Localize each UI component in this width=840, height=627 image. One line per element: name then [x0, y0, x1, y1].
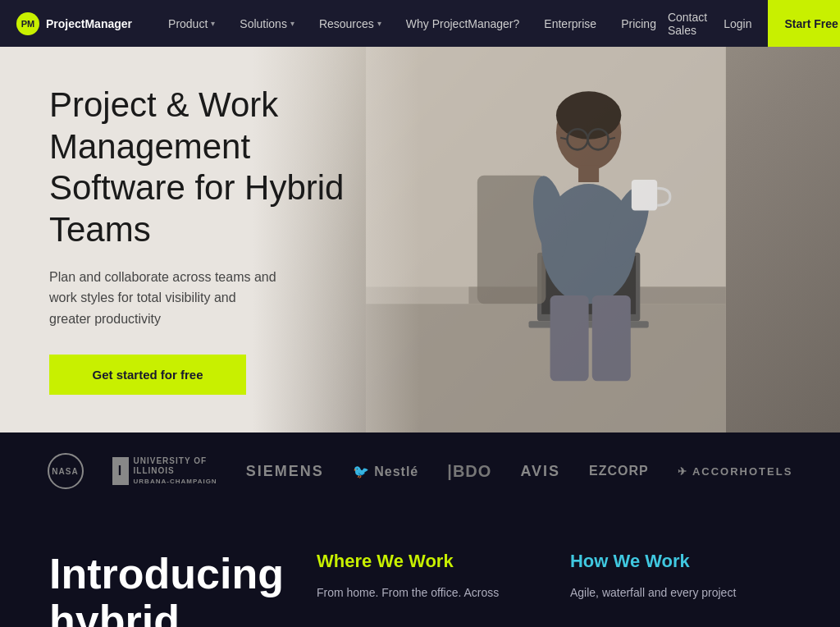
accor-text: ✈ ACCORHOTELS: [678, 465, 793, 478]
hero-content: Project & Work Management Software for H…: [0, 47, 420, 432]
logo-accor: ✈ ACCORHOTELS: [678, 465, 793, 478]
svg-rect-19: [550, 295, 589, 381]
logo-ezcorp: EZCORP: [589, 464, 649, 478]
bottom-section: Introducing hybrid Where We Work From ho…: [0, 510, 840, 627]
logo-nestle: 🐦 Nestlé: [353, 464, 418, 479]
chevron-down-icon: ▾: [290, 19, 294, 28]
where-we-work-block: Where We Work From home. From the office…: [317, 551, 537, 627]
main-nav: PM ProjectManager Product ▾ Solutions ▾ …: [0, 0, 840, 47]
intro-title: Introducing hybrid: [49, 551, 284, 627]
hero-section: Project & Work Management Software for H…: [0, 47, 840, 432]
logo[interactable]: PM ProjectManager: [16, 12, 132, 35]
how-we-work-heading: How We Work: [570, 551, 791, 572]
bdo-text: |BDO: [447, 462, 491, 481]
how-we-work-block: How We Work Agile, waterfall and every p…: [570, 551, 791, 627]
svg-rect-18: [632, 180, 657, 211]
nasa-text: NASA: [52, 467, 78, 476]
get-started-button[interactable]: Get started for free: [49, 355, 246, 395]
chevron-down-icon: ▾: [211, 19, 215, 28]
nestle-text: 🐦 Nestlé: [353, 464, 418, 479]
nav-item-enterprise[interactable]: Enterprise: [532, 11, 608, 37]
illinois-i-icon: I: [112, 457, 129, 485]
nav-item-solutions[interactable]: Solutions ▾: [228, 11, 306, 37]
how-we-work-text: Agile, waterfall and every project: [570, 584, 791, 602]
logo-icon: PM: [16, 12, 39, 35]
illinois-text: UNIVERSITY OFILLINOISURBANA-CHAMPAIGN: [134, 456, 217, 486]
svg-point-9: [556, 91, 621, 139]
nav-item-why[interactable]: Why ProjectManager?: [395, 11, 532, 37]
contact-sales-link[interactable]: Contact Sales: [668, 11, 707, 37]
svg-rect-20: [592, 295, 631, 381]
logo-siemens: SIEMENS: [246, 463, 324, 480]
chevron-down-icon: ▾: [377, 19, 381, 28]
logo-text: ProjectManager: [46, 17, 132, 30]
intro-line1: Introducing: [49, 550, 284, 597]
where-we-work-heading: Where We Work: [317, 551, 537, 572]
logo-nasa: NASA: [48, 453, 84, 489]
nav-item-product[interactable]: Product ▾: [157, 11, 226, 37]
logo-bdo: |BDO: [447, 462, 491, 481]
nav-right: Contact Sales Login Start Free Trial: [668, 0, 840, 47]
hero-title: Project & Work Management Software for H…: [49, 85, 371, 250]
siemens-text: SIEMENS: [246, 463, 324, 480]
ezcorp-text: EZCORP: [589, 464, 649, 478]
where-we-work-text: From home. From the office. Across: [317, 584, 537, 602]
avis-text: AVIS: [520, 463, 560, 480]
logo-illinois: I UNIVERSITY OFILLINOISURBANA-CHAMPAIGN: [112, 456, 217, 486]
logos-section: NASA I UNIVERSITY OFILLINOISURBANA-CHAMP…: [0, 432, 840, 510]
nasa-logo-icon: NASA: [48, 453, 84, 489]
nav-item-pricing[interactable]: Pricing: [609, 11, 668, 37]
svg-rect-21: [578, 165, 599, 182]
intro-line2: hybrid: [49, 597, 180, 627]
nav-links: Product ▾ Solutions ▾ Resources ▾ Why Pr…: [157, 11, 668, 37]
nav-item-resources[interactable]: Resources ▾: [308, 11, 393, 37]
intro-block: Introducing hybrid: [49, 551, 284, 627]
login-link[interactable]: Login: [724, 17, 751, 30]
start-trial-button[interactable]: Start Free Trial: [768, 0, 840, 47]
logo-avis: AVIS: [520, 463, 560, 480]
logo-icon-text: PM: [21, 19, 35, 29]
hero-subtitle: Plan and collaborate across teams and wo…: [49, 267, 279, 330]
